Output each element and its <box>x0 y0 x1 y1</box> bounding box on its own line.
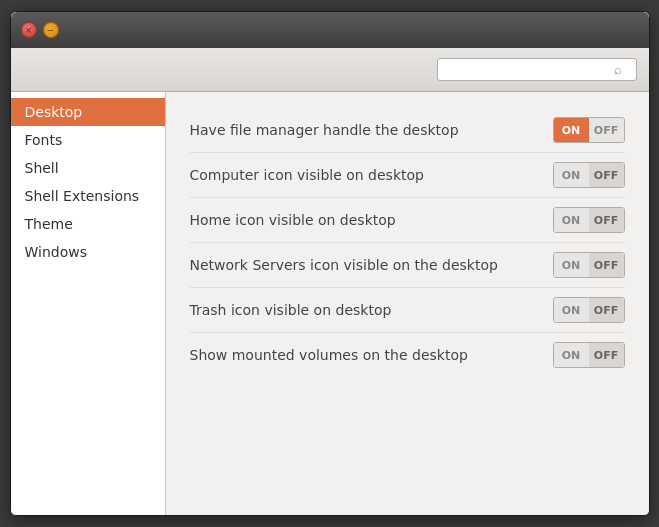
setting-label-computer-icon: Computer icon visible on desktop <box>190 167 424 183</box>
toggle-on-label: ON <box>554 208 589 232</box>
setting-row-mounted-volumes: Show mounted volumes on the desktopONOFF <box>190 333 625 377</box>
setting-row-network-icon: Network Servers icon visible on the desk… <box>190 243 625 288</box>
toggle-off-label: OFF <box>589 163 624 187</box>
main-panel: Have file manager handle the desktopONOF… <box>166 92 649 515</box>
minimize-button[interactable]: − <box>43 22 59 38</box>
toolbar: ⌕ <box>11 48 649 92</box>
toggle-off-label: OFF <box>589 118 624 142</box>
setting-row-computer-icon: Computer icon visible on desktopONOFF <box>190 153 625 198</box>
sidebar-item-shell-extensions[interactable]: Shell Extensions <box>11 182 165 210</box>
toggle-off-label: OFF <box>589 253 624 277</box>
sidebar-item-theme[interactable]: Theme <box>11 210 165 238</box>
toggle-network-icon[interactable]: ONOFF <box>553 252 625 278</box>
search-icon: ⌕ <box>614 62 622 77</box>
search-input[interactable] <box>444 62 614 77</box>
toggle-trash-icon[interactable]: ONOFF <box>553 297 625 323</box>
setting-row-file-manager: Have file manager handle the desktopONOF… <box>190 108 625 153</box>
setting-label-mounted-volumes: Show mounted volumes on the desktop <box>190 347 468 363</box>
toggle-on-label: ON <box>554 343 589 367</box>
setting-row-home-icon: Home icon visible on desktopONOFF <box>190 198 625 243</box>
setting-label-trash-icon: Trash icon visible on desktop <box>190 302 392 318</box>
setting-row-trash-icon: Trash icon visible on desktopONOFF <box>190 288 625 333</box>
window: × − ⌕ DesktopFontsShellShell ExtensionsT… <box>10 11 650 516</box>
toggle-file-manager[interactable]: ONOFF <box>553 117 625 143</box>
window-controls: × − <box>21 22 59 38</box>
toggle-on-label: ON <box>554 163 589 187</box>
toggle-home-icon[interactable]: ONOFF <box>553 207 625 233</box>
sidebar: DesktopFontsShellShell ExtensionsThemeWi… <box>11 92 166 515</box>
toggle-mounted-volumes[interactable]: ONOFF <box>553 342 625 368</box>
sidebar-item-fonts[interactable]: Fonts <box>11 126 165 154</box>
setting-label-network-icon: Network Servers icon visible on the desk… <box>190 257 498 273</box>
toggle-off-label: OFF <box>589 343 624 367</box>
toggle-on-label: ON <box>554 118 589 142</box>
toggle-computer-icon[interactable]: ONOFF <box>553 162 625 188</box>
sidebar-item-windows[interactable]: Windows <box>11 238 165 266</box>
toggle-off-label: OFF <box>589 208 624 232</box>
setting-label-home-icon: Home icon visible on desktop <box>190 212 396 228</box>
toggle-on-label: ON <box>554 253 589 277</box>
content-area: DesktopFontsShellShell ExtensionsThemeWi… <box>11 92 649 515</box>
toggle-off-label: OFF <box>589 298 624 322</box>
titlebar: × − <box>11 12 649 48</box>
sidebar-item-desktop[interactable]: Desktop <box>11 98 165 126</box>
search-box: ⌕ <box>437 58 637 81</box>
setting-label-file-manager: Have file manager handle the desktop <box>190 122 459 138</box>
toggle-on-label: ON <box>554 298 589 322</box>
close-button[interactable]: × <box>21 22 37 38</box>
sidebar-item-shell[interactable]: Shell <box>11 154 165 182</box>
